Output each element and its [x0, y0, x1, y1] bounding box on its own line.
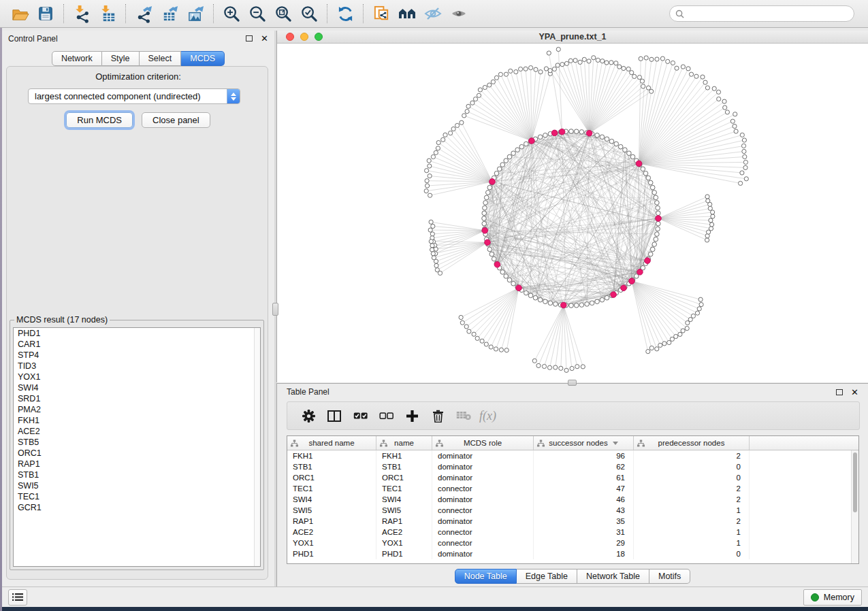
network-node[interactable]: [487, 83, 492, 87]
network-node[interactable]: [708, 206, 712, 210]
network-node[interactable]: [459, 315, 463, 319]
mcds-hub-node[interactable]: [561, 302, 567, 308]
network-node[interactable]: [641, 167, 645, 171]
column-header-mcds-role[interactable]: MCDS role: [432, 436, 534, 450]
table-row[interactable]: YOX1YOX1connector291: [287, 538, 858, 548]
network-node[interactable]: [617, 65, 622, 69]
table-settings-button[interactable]: [295, 404, 321, 427]
network-node[interactable]: [716, 90, 720, 94]
network-node[interactable]: [573, 59, 577, 63]
network-node[interactable]: [425, 169, 429, 173]
tab-network[interactable]: Network: [52, 51, 102, 66]
list-item[interactable]: TEC1: [14, 491, 260, 502]
network-node[interactable]: [524, 291, 529, 295]
delete-column-button[interactable]: [425, 404, 451, 427]
network-node[interactable]: [694, 74, 698, 78]
table-row[interactable]: ORC1ORC1dominator610: [287, 472, 858, 483]
mcds-hub-node[interactable]: [636, 161, 642, 167]
network-node[interactable]: [430, 244, 434, 248]
list-item[interactable]: STB5: [14, 437, 260, 448]
network-node[interactable]: [717, 97, 721, 101]
network-node[interactable]: [701, 75, 705, 79]
network-node[interactable]: [556, 63, 560, 67]
network-node[interactable]: [630, 154, 635, 159]
network-node[interactable]: [475, 336, 479, 340]
network-node[interactable]: [455, 123, 460, 127]
network-node[interactable]: [681, 65, 685, 69]
binoculars-button[interactable]: [394, 2, 420, 25]
open-button[interactable]: [7, 2, 33, 25]
table-row[interactable]: ACE2ACE2connector311: [287, 527, 858, 538]
list-item[interactable]: ORC1: [14, 448, 260, 459]
list-item[interactable]: SWI4: [14, 382, 260, 393]
network-node[interactable]: [543, 133, 548, 138]
network-node[interactable]: [614, 142, 619, 146]
network-node[interactable]: [685, 327, 689, 331]
network-node[interactable]: [574, 129, 579, 134]
network-node[interactable]: [646, 350, 650, 354]
network-node[interactable]: [595, 299, 600, 304]
network-node[interactable]: [579, 130, 584, 135]
network-node[interactable]: [492, 257, 496, 261]
mcds-hub-node[interactable]: [656, 216, 662, 222]
network-node[interactable]: [494, 76, 498, 80]
network-node[interactable]: [462, 114, 466, 118]
mcds-hub-node[interactable]: [559, 129, 565, 135]
network-node[interactable]: [487, 185, 492, 190]
network-node[interactable]: [434, 150, 438, 154]
network-node[interactable]: [650, 247, 655, 252]
network-node[interactable]: [528, 293, 533, 298]
float-table-panel-icon[interactable]: [836, 389, 843, 395]
network-node[interactable]: [467, 329, 471, 333]
list-item[interactable]: GCR1: [14, 502, 260, 513]
network-node[interactable]: [514, 70, 518, 74]
network-canvas[interactable]: [277, 44, 868, 382]
list-scrollbar[interactable]: [254, 328, 260, 566]
network-node[interactable]: [504, 72, 508, 76]
network-node[interactable]: [560, 63, 564, 67]
network-node[interactable]: [425, 184, 430, 188]
network-node[interactable]: [585, 302, 590, 307]
criterion-dropdown[interactable]: largest connected component (undirected): [28, 88, 240, 104]
import-network-button[interactable]: [69, 2, 95, 25]
network-node[interactable]: [429, 240, 433, 244]
network-node[interactable]: [641, 84, 645, 88]
network-node[interactable]: [712, 86, 716, 90]
network-node[interactable]: [464, 325, 468, 329]
network-node[interactable]: [654, 237, 658, 242]
network-node[interactable]: [609, 139, 614, 144]
network-node[interactable]: [743, 160, 748, 164]
network-node[interactable]: [487, 247, 492, 252]
list-item[interactable]: CAR1: [14, 339, 260, 350]
network-node[interactable]: [622, 66, 626, 70]
network-node[interactable]: [472, 332, 476, 336]
network-node[interactable]: [605, 295, 609, 300]
network-node[interactable]: [524, 67, 528, 71]
network-node[interactable]: [547, 365, 551, 369]
show-column-button[interactable]: [321, 404, 347, 427]
tab-select[interactable]: Select: [140, 51, 182, 66]
table-row[interactable]: TEC1TEC1connector472: [287, 483, 858, 494]
network-node[interactable]: [483, 205, 487, 210]
network-node[interactable]: [434, 259, 438, 263]
mcds-hub-node[interactable]: [516, 285, 522, 291]
network-node[interactable]: [733, 112, 737, 116]
network-node[interactable]: [596, 58, 600, 62]
network-node[interactable]: [742, 149, 746, 153]
tab-edge-table[interactable]: Edge Table: [517, 569, 577, 584]
network-node[interactable]: [547, 51, 551, 55]
node-table[interactable]: shared namenameMCDS rolesuccessor nodesp…: [287, 435, 859, 564]
network-node[interactable]: [590, 301, 594, 306]
network-node[interactable]: [538, 297, 543, 302]
network-node[interactable]: [489, 252, 494, 257]
hide-details-button[interactable]: [420, 2, 446, 25]
network-node[interactable]: [652, 191, 657, 195]
network-node[interactable]: [632, 74, 637, 78]
network-node[interactable]: [605, 137, 609, 142]
zoom-selected-button[interactable]: [296, 2, 322, 25]
zoom-in-button[interactable]: [219, 2, 244, 25]
network-node[interactable]: [705, 195, 709, 199]
network-node[interactable]: [742, 138, 746, 142]
network-node[interactable]: [570, 366, 574, 370]
network-node[interactable]: [656, 227, 660, 231]
